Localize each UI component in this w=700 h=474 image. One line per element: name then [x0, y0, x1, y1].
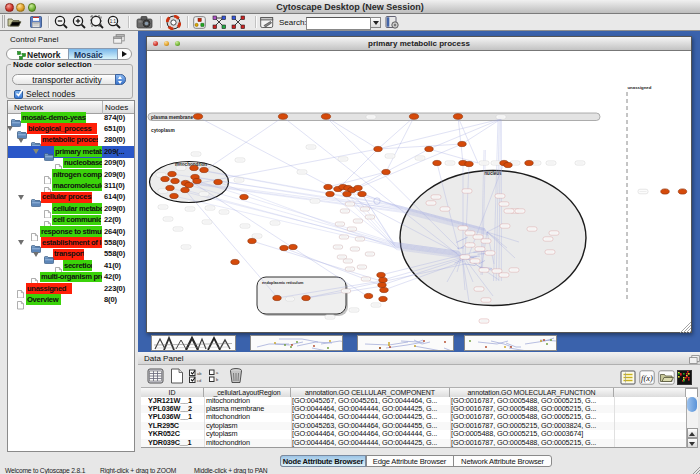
svg-text:cd: cd — [197, 378, 201, 383]
svg-text:ab: ab — [197, 371, 202, 376]
svg-text:a: a — [216, 370, 219, 375]
svg-text:endoplasmic reticulum: endoplasmic reticulum — [262, 281, 304, 285]
svg-text:cytoplasm: cytoplasm — [151, 128, 175, 133]
svg-text:b: b — [216, 377, 219, 382]
svg-text:1:1: 1:1 — [110, 19, 117, 24]
svg-text:unassigned: unassigned — [628, 85, 652, 90]
svg-text:plasma membrane: plasma membrane — [151, 115, 193, 120]
svg-text:f(x): f(x) — [641, 373, 653, 383]
